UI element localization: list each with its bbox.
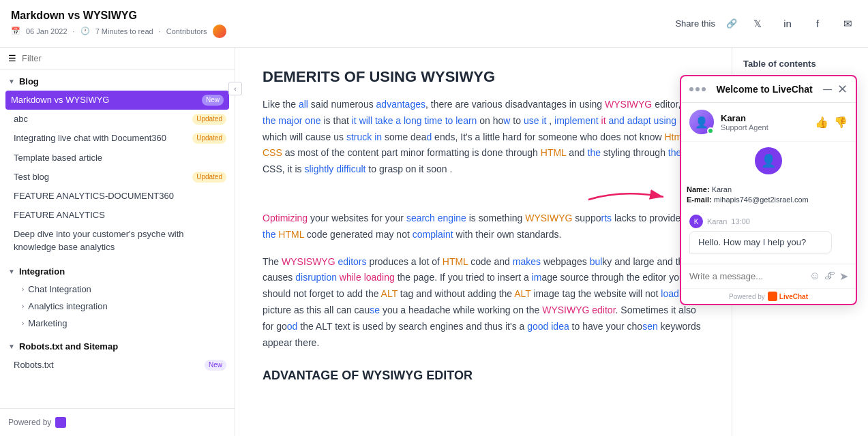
date-label: 06 Jan 2022 xyxy=(26,27,68,35)
livechat-logo: LiveChat xyxy=(768,292,808,301)
para-3: The WYSISWYG editors produces a lot of H… xyxy=(263,254,704,352)
item-badge-new: New xyxy=(202,95,224,106)
blog-section: ▼ Blog Markdown vs WYSIWYG New abc Updat… xyxy=(0,69,235,260)
agent-actions: 👍 👎 xyxy=(815,116,848,129)
topbar: Markdown vs WYSIWYG 📅 06 Jan 2022 · 🕐 7 … xyxy=(0,0,868,48)
user-email-field: E-mail: mihapis746@get2israel.com xyxy=(687,196,850,204)
sidebar-footer: Powered by xyxy=(0,408,235,436)
send-button[interactable]: ➤ xyxy=(839,270,848,283)
user-name-value: Karan xyxy=(712,185,732,193)
sidebar-item-abc[interactable]: abc Updated xyxy=(0,110,235,129)
linkedin-icon[interactable]: in xyxy=(778,14,797,33)
user-email-value: mihapis746@get2israel.com xyxy=(714,196,809,204)
email-icon[interactable]: ✉ xyxy=(838,14,857,33)
robots-section-header[interactable]: ▼ Robots.txt and Sitemap xyxy=(0,337,235,356)
integration-section: ▼ Integration › Chat Integration › Analy… xyxy=(0,260,235,334)
message-meta: K Karan 13:00 xyxy=(689,215,848,228)
item-badge-updated: Updated xyxy=(192,133,226,144)
message-sender: Karan xyxy=(707,217,727,225)
brand-logo xyxy=(55,417,66,428)
arrow-svg xyxy=(582,186,670,208)
filter-input[interactable] xyxy=(22,53,226,63)
powered-label: Powered by xyxy=(729,293,765,300)
sidebar-item-feature-analytics[interactable]: FEATURE ANALYTICS xyxy=(0,206,235,225)
item-label: abc xyxy=(14,113,28,125)
page-title: Markdown vs WYSIWYG xyxy=(11,10,226,22)
chat-bubble: Hello. How may I help you? xyxy=(689,231,832,253)
toc-title: Table of contents xyxy=(743,59,857,69)
article-body: DEMERITS OF USING WYSIWYG Like the all s… xyxy=(263,48,704,421)
sidebar-item-markdown[interactable]: Markdown vs WYSIWYG New xyxy=(5,91,229,110)
agent-info: Karan Support Agent xyxy=(721,113,808,131)
thumbs-up-icon[interactable]: 👍 xyxy=(815,116,828,129)
chevron-down-icon: ▼ xyxy=(8,268,15,275)
chat-agent: 👤 Karan Support Agent 👍 👎 xyxy=(681,103,856,142)
sidebar-collapse-button[interactable]: ‹ xyxy=(228,82,242,95)
arrow-annotation xyxy=(263,186,704,208)
share-area: Share this 🔗 𝕏 in f ✉ xyxy=(675,14,857,33)
agent-role: Support Agent xyxy=(721,123,808,131)
chevron-right-icon: › xyxy=(22,302,24,310)
chevron-down-icon: ▼ xyxy=(8,78,15,85)
read-time-label: 7 Minutes to read xyxy=(95,27,153,35)
clock-icon: 🕐 xyxy=(80,27,90,35)
item-badge-updated: Updated xyxy=(192,172,226,183)
item-label: FEATURE ANALYTICS xyxy=(14,209,105,221)
main-content: DEMERITS OF USING WYSIWYG Like the all s… xyxy=(235,48,732,436)
para-1: Like the all said numerous advantages, t… xyxy=(263,97,704,178)
powered-by-label: Powered by xyxy=(8,418,51,427)
item-label: Integrating live chat with Document360 xyxy=(14,132,166,144)
chat-dot-3 xyxy=(702,87,706,91)
chat-header-actions: ─ ✕ xyxy=(823,83,848,95)
blog-section-label: Blog xyxy=(19,76,39,87)
message-text: Hello. How may I help you? xyxy=(698,237,806,247)
integration-section-header[interactable]: ▼ Integration xyxy=(0,262,235,281)
twitter-icon[interactable]: 𝕏 xyxy=(748,14,767,33)
share-icon: 🔗 xyxy=(726,18,737,29)
sidebar-item-feature-analytics-doc[interactable]: FEATURE ANALYTICS-DOCUMENT360 xyxy=(0,187,235,206)
cal-icon: 📅 xyxy=(11,27,20,35)
read-time: · xyxy=(73,27,75,35)
thumbs-down-icon[interactable]: 👎 xyxy=(834,116,848,129)
chat-dots xyxy=(689,87,706,91)
section-title-demerits: DEMERITS OF USING WYSIWYG xyxy=(263,61,704,86)
online-dot xyxy=(707,127,714,134)
filter-area[interactable]: ☰ xyxy=(0,48,235,69)
sidebar-item-deep-dive[interactable]: Deep dive into your customer's psyche wi… xyxy=(0,225,235,256)
chat-widget: Welcome to LiveChat ─ ✕ 👤 Karan Support … xyxy=(680,75,857,305)
item-label: Deep dive into your customer's psyche wi… xyxy=(14,228,226,253)
close-button[interactable]: ✕ xyxy=(837,83,848,95)
chat-input[interactable] xyxy=(689,271,804,281)
share-label: Share this xyxy=(675,18,715,29)
emoji-icon[interactable]: ☺ xyxy=(809,270,820,283)
sidebar-item-analytics-integration[interactable]: › Analytics integration xyxy=(0,298,235,315)
item-label: Test blog xyxy=(14,171,49,183)
attach-icon[interactable]: 🖇 xyxy=(824,270,835,283)
sidebar-item-marketing[interactable]: › Marketing xyxy=(0,315,235,332)
sidebar-item-robots-txt[interactable]: Robots.txt New xyxy=(0,356,235,375)
facebook-icon[interactable]: f xyxy=(808,14,827,33)
sidebar-item-testblog[interactable]: Test blog Updated xyxy=(0,168,235,187)
item-badge-updated: Updated xyxy=(192,114,226,125)
item-label: Analytics integration xyxy=(28,301,107,311)
chat-header-title: Welcome to LiveChat xyxy=(711,84,818,95)
item-label: FEATURE ANALYTICS-DOCUMENT360 xyxy=(14,190,174,202)
integration-section-label: Integration xyxy=(19,266,65,277)
item-label: Markdown vs WYSIWYG xyxy=(11,94,109,106)
user-name-label: Name: xyxy=(687,185,710,193)
sidebar-item-integrating[interactable]: Integrating live chat with Document360 U… xyxy=(0,129,235,148)
sidebar: ☰ ▼ Blog Markdown vs WYSIWYG New abc Upd… xyxy=(0,48,235,436)
chevron-right-icon: › xyxy=(22,320,24,327)
chat-powered: Powered by LiveChat xyxy=(681,288,856,304)
minimize-button[interactable]: ─ xyxy=(823,83,832,95)
chat-header: Welcome to LiveChat ─ ✕ xyxy=(681,76,856,103)
item-label: Template based article xyxy=(14,152,102,164)
chevron-down-icon: ▼ xyxy=(8,343,15,350)
blog-section-header[interactable]: ▼ Blog xyxy=(0,72,235,91)
message-avatar: K xyxy=(689,215,703,228)
para-2: Optimizing your websites for your search… xyxy=(263,211,704,243)
sidebar-item-template[interactable]: Template based article xyxy=(0,149,235,168)
item-label: Marketing xyxy=(28,318,67,328)
sidebar-item-chat-integration[interactable]: › Chat Integration xyxy=(0,281,235,298)
user-email-label: E-mail: xyxy=(687,196,712,204)
